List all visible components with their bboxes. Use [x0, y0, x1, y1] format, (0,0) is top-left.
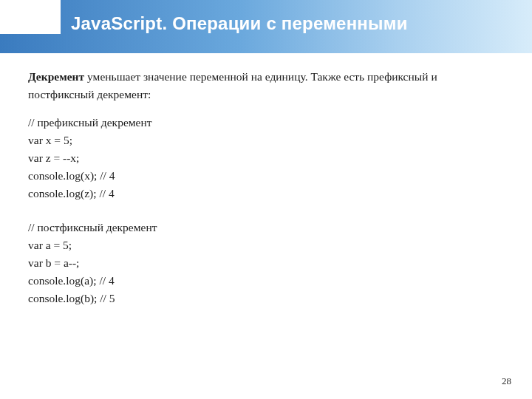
code-line: var x = 5; — [28, 132, 504, 149]
code-comment: // префиксный декремент — [28, 114, 504, 132]
intro-rest: уменьшает значение переменной на единицу… — [28, 70, 437, 100]
code-line: var z = --x; — [28, 149, 504, 167]
code-comment: // постфиксный декремент — [28, 219, 504, 236]
slide-body: Декремент уменьшает значение переменной … — [28, 68, 504, 307]
header-inner: JavaScript. Операции с переменными — [0, 0, 532, 53]
intro-term: Декремент — [28, 70, 84, 83]
slide-header: JavaScript. Операции с переменными — [0, 0, 532, 53]
code-line: console.log(a); // 4 — [28, 272, 504, 290]
code-block-prefix: // префиксный декремент var x = 5; var z… — [28, 114, 504, 202]
page-number: 28 — [502, 375, 511, 387]
code-line: console.log(x); // 4 — [28, 167, 504, 185]
code-line: var a = 5; — [28, 236, 504, 254]
code-line: var b = a--; — [28, 254, 504, 272]
code-line: console.log(z); // 4 — [28, 185, 504, 202]
slide: JavaScript. Операции с переменными Декре… — [0, 0, 532, 399]
logo-placeholder — [0, 0, 61, 34]
slide-title: JavaScript. Операции с переменными — [71, 13, 408, 34]
code-line: console.log(b); // 5 — [28, 290, 504, 307]
code-block-postfix: // постфиксный декремент var a = 5; var … — [28, 219, 504, 307]
intro-paragraph: Декремент уменьшает значение переменной … — [28, 68, 504, 103]
spacer — [28, 202, 504, 219]
